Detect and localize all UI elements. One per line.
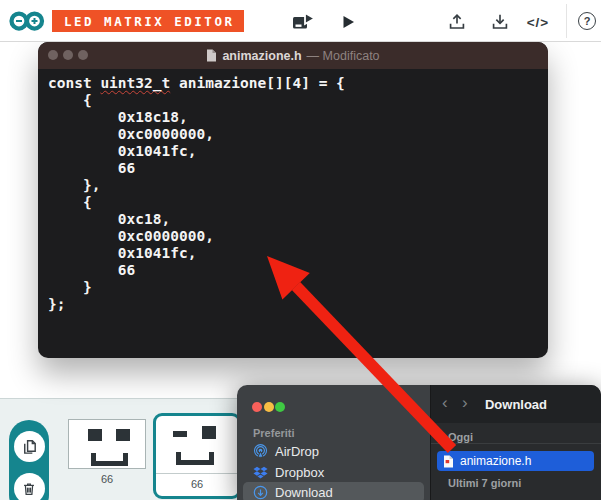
download-icon[interactable]	[487, 10, 513, 34]
help-icon[interactable]: ?	[578, 12, 596, 30]
frame-separator	[156, 473, 238, 474]
download-circle-icon	[253, 485, 268, 500]
play-on-matrix-icon[interactable]	[291, 10, 317, 34]
code-line: 0xc0000000,	[48, 228, 548, 245]
upload-icon[interactable]	[444, 10, 470, 34]
code-editor-content[interactable]: const uint32_t animazione[][4] = { { 0x1…	[38, 69, 548, 313]
document-icon	[206, 49, 217, 62]
toolbar-divider	[566, 4, 567, 38]
code-line: {	[48, 194, 548, 211]
code-line: const uint32_t animazione[][4] = {	[48, 75, 548, 92]
editor-title: animazione.h — Modificato	[38, 42, 548, 69]
app-title-badge: LED MATRIX EDITOR	[52, 10, 244, 32]
led-pixel-eye	[88, 429, 102, 441]
group-header-last7days: Ultimi 7 giorni	[448, 477, 521, 489]
frame-duration-label: 66	[68, 473, 146, 485]
airdrop-icon	[253, 444, 268, 459]
frame-tools	[9, 420, 49, 500]
code-token-misspelled: uint32_t	[100, 75, 170, 91]
code-line: 0x1041fc,	[48, 143, 548, 160]
finder-toolbar: ‹ › Download	[431, 385, 601, 423]
duplicate-frame-button[interactable]	[14, 431, 45, 462]
led-pixel-eye-wink	[173, 431, 187, 437]
frame-duration-label: 66	[156, 478, 238, 490]
code-token: const	[48, 75, 100, 91]
timeline-frame-2-selected[interactable]: 66	[153, 413, 241, 499]
sidebar-item-label: Download	[275, 485, 333, 500]
editor-filename: animazione.h	[222, 49, 301, 63]
modified-status: — Modificato	[307, 49, 380, 63]
group-header-today: Oggi	[448, 431, 473, 443]
header-file-icon	[443, 455, 454, 468]
code-line: {	[48, 92, 548, 109]
led-pixel-mouth	[91, 453, 128, 466]
sidebar-item-dropbox[interactable]: Dropbox	[243, 462, 424, 483]
finder-window: Preferiti AirDrop Dropbox	[237, 385, 601, 500]
dropbox-icon	[253, 466, 268, 480]
code-line: 66	[48, 160, 548, 177]
code-line: 66	[48, 262, 548, 279]
finder-sidebar: Preferiti AirDrop Dropbox	[237, 385, 430, 500]
sidebar-item-label: Dropbox	[275, 465, 324, 480]
file-row-selected[interactable]: animazione.h	[437, 451, 594, 471]
sidebar-item-label: AirDrop	[275, 444, 319, 459]
delete-frame-button[interactable]	[14, 473, 45, 500]
code-line: 0xc0000000,	[48, 126, 548, 143]
editor-titlebar: animazione.h — Modificato	[38, 42, 548, 69]
code-token: animazione[][4] = {	[170, 75, 345, 91]
sidebar-section-label: Preferiti	[253, 427, 295, 439]
arduino-logo-icon	[8, 9, 46, 33]
code-line: 0x1041fc,	[48, 245, 548, 262]
app-toolbar: LED MATRIX EDITOR </> ?	[0, 0, 601, 42]
play-icon[interactable]	[335, 10, 361, 34]
file-name: animazione.h	[460, 454, 531, 468]
close-button[interactable]	[252, 402, 262, 412]
sidebar-item-download[interactable]: Download	[243, 482, 424, 500]
finder-location-title: Download	[431, 385, 601, 423]
code-line: 0x18c18,	[48, 109, 548, 126]
timeline-frame-1[interactable]	[68, 419, 146, 469]
code-line: },	[48, 177, 548, 194]
code-export-icon[interactable]: </>	[525, 10, 551, 34]
minimize-button[interactable]	[264, 402, 274, 412]
text-editor-window: animazione.h — Modificato const uint32_t…	[38, 42, 548, 358]
code-line: };	[48, 296, 548, 313]
code-line: 0xc18,	[48, 211, 548, 228]
led-pixel-eye	[202, 426, 216, 439]
code-line: }	[48, 279, 548, 296]
zoom-button[interactable]	[275, 402, 285, 412]
led-pixel-eye	[116, 429, 130, 441]
led-pixel-mouth	[176, 452, 214, 465]
sidebar-item-airdrop[interactable]: AirDrop	[243, 441, 424, 462]
group-divider	[431, 443, 601, 444]
finder-file-list: ‹ › Download Oggi animazione.h Ultimi 7 …	[430, 385, 601, 500]
